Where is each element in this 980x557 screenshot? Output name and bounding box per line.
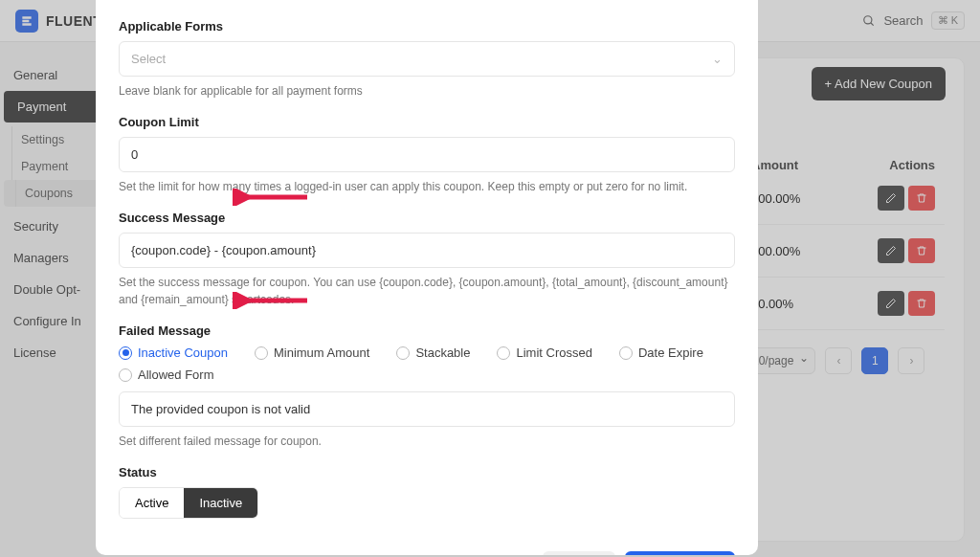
modal-footer: Cancel Save Coupon (119, 534, 735, 555)
field-failed-message: Failed Message Inactive Coupon Minimum A… (119, 323, 735, 450)
field-applicable-forms: Applicable Forms Select ⌄ Leave blank fo… (119, 19, 735, 100)
coupon-limit-input[interactable] (119, 137, 735, 172)
radio-inactive-coupon[interactable]: Inactive Coupon (119, 345, 228, 360)
coupon-modal: Applicable Forms Select ⌄ Leave blank fo… (96, 0, 758, 555)
success-message-label: Success Message (119, 211, 735, 225)
failed-message-help: Set different failed message for coupon. (119, 433, 735, 450)
status-active[interactable]: Active (120, 488, 184, 518)
save-coupon-button[interactable]: Save Coupon (625, 551, 735, 555)
coupon-limit-help: Set the limit for how many times a logge… (119, 178, 735, 195)
coupon-limit-label: Coupon Limit (119, 115, 735, 129)
chevron-down-icon: ⌄ (712, 52, 723, 66)
radio-stackable[interactable]: Stackable (396, 345, 470, 360)
field-coupon-limit: Coupon Limit Set the limit for how many … (119, 115, 735, 195)
applicable-forms-label: Applicable Forms (119, 19, 735, 33)
failed-message-label: Failed Message (119, 323, 735, 338)
success-message-input[interactable] (119, 233, 735, 268)
success-message-help: Set the success message for coupon. You … (119, 274, 735, 308)
select-placeholder: Select (131, 52, 166, 66)
failed-radio-group: Inactive Coupon Minimum Amount Stackable… (119, 345, 735, 382)
radio-allowed-form[interactable]: Allowed Form (119, 368, 735, 382)
status-inactive[interactable]: Inactive (184, 488, 257, 518)
field-success-message: Success Message Set the success message … (119, 211, 735, 308)
radio-date-expire[interactable]: Date Expire (619, 345, 703, 360)
status-label: Status (119, 465, 735, 479)
field-status: Status Active Inactive (119, 465, 735, 519)
applicable-forms-select[interactable]: Select ⌄ (119, 41, 735, 77)
cancel-button[interactable]: Cancel (543, 551, 615, 555)
radio-minimum-amount[interactable]: Minimum Amount (255, 345, 369, 360)
status-toggle: Active Inactive (119, 487, 258, 519)
radio-limit-crossed[interactable]: Limit Crossed (497, 345, 591, 360)
failed-message-input[interactable] (119, 391, 735, 427)
applicable-forms-help: Leave blank for applicable for all payme… (119, 82, 735, 100)
